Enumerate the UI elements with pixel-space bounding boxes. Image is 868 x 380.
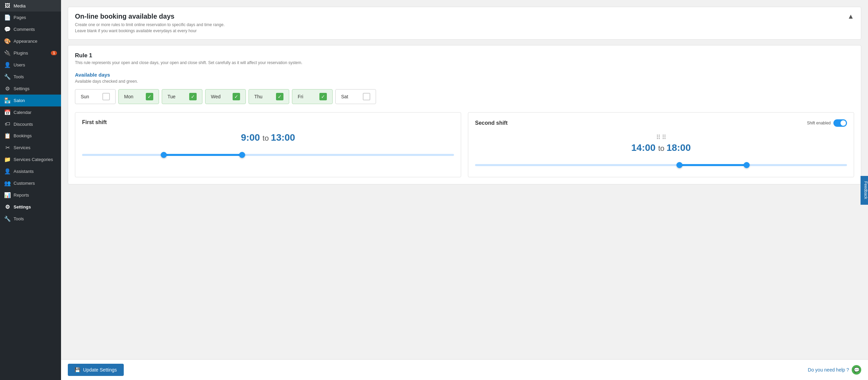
first-shift-time: 9:00 to 13:00	[82, 132, 454, 143]
feedback-tab[interactable]: Feedback	[861, 176, 868, 204]
day-fri[interactable]: Fri ✓	[292, 89, 333, 104]
sidebar-item-users[interactable]: 👤 Users	[0, 59, 61, 71]
sidebar-item-pages[interactable]: 📄 Pages	[0, 12, 61, 23]
day-tue-label: Tue	[167, 94, 186, 99]
day-thu[interactable]: Thu ✓	[249, 89, 289, 104]
sidebar-item-label: Settings	[14, 204, 57, 209]
assistants-icon: 👤	[4, 168, 11, 175]
shift-enabled-control: Shift enabled	[807, 119, 847, 127]
sidebar-item-label: Appearance	[14, 39, 57, 44]
settings-icon: ⚙	[4, 85, 11, 92]
page-title: On-line booking available days	[75, 13, 225, 20]
pages-icon: 📄	[4, 14, 11, 21]
second-shift-slider[interactable]	[475, 160, 847, 170]
sidebar-item-label: Tools	[14, 216, 57, 221]
sidebar-item-label: Bookings	[14, 133, 57, 138]
day-tue[interactable]: Tue ✓	[162, 89, 202, 104]
sidebar-item-label: Tools	[14, 74, 57, 79]
second-shift-card: Second shift Shift enabled ⠿ ⠿ 14:00 to …	[468, 112, 854, 177]
sidebar-item-media[interactable]: 🖼 Media	[0, 0, 61, 12]
second-shift-thumb-start[interactable]	[676, 162, 683, 168]
media-icon: 🖼	[4, 3, 11, 9]
second-shift-thumb-end[interactable]	[744, 162, 750, 168]
shift-enabled-toggle[interactable]	[833, 119, 847, 127]
sidebar-item-tools[interactable]: 🔧 Tools	[0, 71, 61, 83]
update-settings-label: Update Settings	[83, 367, 117, 373]
day-wed-checkbox[interactable]: ✓	[233, 93, 240, 100]
bookings-icon: 📋	[4, 133, 11, 139]
ruler-mark2: ⠿	[662, 134, 666, 141]
day-sat-label: Sat	[341, 94, 359, 99]
page-header-text: On-line booking available days Create on…	[75, 13, 225, 34]
rule-title: Rule 1	[75, 52, 854, 59]
sidebar-item-label: Plugins	[14, 51, 48, 56]
update-settings-button[interactable]: 💾 Update Settings	[68, 364, 124, 376]
first-shift-thumb-start[interactable]	[161, 152, 167, 158]
day-mon-checkbox[interactable]: ✓	[146, 93, 153, 100]
sidebar: 🖼 Media 📄 Pages 💬 Comments 🎨 Appearance …	[0, 0, 61, 380]
first-shift-fill	[164, 154, 242, 156]
sidebar-item-reports[interactable]: 📊 Reports	[0, 189, 61, 201]
second-shift-ruler: ⠿ ⠿	[475, 134, 847, 141]
day-sat[interactable]: Sat	[335, 89, 376, 104]
page-desc1: Create one or more rules to limit online…	[75, 22, 225, 28]
rule-card: Rule 1 This rule represents your open an…	[68, 45, 861, 184]
day-fri-checkbox[interactable]: ✓	[319, 93, 327, 100]
page-desc2: Leave blank if you want bookings availab…	[75, 28, 225, 34]
day-sat-checkbox[interactable]	[363, 93, 370, 100]
second-shift-time: 14:00 to 18:00	[475, 142, 847, 153]
day-wed-label: Wed	[211, 94, 229, 99]
day-sun-checkbox[interactable]	[102, 93, 110, 100]
day-thu-checkbox[interactable]: ✓	[276, 93, 283, 100]
ruler-mark1: ⠿	[656, 134, 660, 141]
sidebar-item-label: Services Categories	[14, 157, 57, 162]
sidebar-item-services-categories[interactable]: 📁 Services Categories	[0, 154, 61, 165]
sidebar-item-label: Calendar	[14, 110, 57, 115]
day-mon[interactable]: Mon ✓	[118, 89, 159, 104]
sidebar-item-salon[interactable]: 🏪 Salon	[0, 95, 61, 106]
salon-icon: 🏪	[4, 97, 11, 104]
sidebar-item-label: Settings	[14, 86, 57, 91]
first-shift-thumb-end[interactable]	[239, 152, 245, 158]
sidebar-item-label: Assistants	[14, 169, 57, 174]
sidebar-item-tools-salon[interactable]: 🔧 Tools	[0, 213, 61, 225]
sidebar-item-calendar[interactable]: 📅 Calendar	[0, 106, 61, 118]
sidebar-item-settings-salon[interactable]: ⚙ Settings	[0, 201, 61, 213]
day-fri-label: Fri	[298, 94, 316, 99]
day-thu-label: Thu	[254, 94, 273, 99]
day-mon-label: Mon	[124, 94, 142, 99]
second-shift-track	[475, 164, 847, 166]
sidebar-item-label: Customers	[14, 181, 57, 186]
help-link[interactable]: Do you need help ? 💬	[808, 365, 861, 375]
second-shift-header: Second shift Shift enabled	[475, 119, 847, 127]
sidebar-item-appearance[interactable]: 🎨 Appearance	[0, 35, 61, 47]
services-cat-icon: 📁	[4, 156, 11, 163]
sidebar-item-label: Pages	[14, 15, 57, 20]
plugins-badge: 1	[51, 51, 57, 55]
collapse-button[interactable]: ▲	[847, 13, 854, 20]
sidebar-item-label: Media	[14, 3, 57, 8]
sidebar-item-discounts[interactable]: 🏷 Discounts	[0, 118, 61, 130]
sidebar-item-bookings[interactable]: 📋 Bookings	[0, 130, 61, 142]
sidebar-item-services[interactable]: ✂ Services	[0, 142, 61, 154]
sidebar-item-customers[interactable]: 👥 Customers	[0, 177, 61, 189]
sidebar-item-assistants[interactable]: 👤 Assistants	[0, 165, 61, 177]
sidebar-item-plugins[interactable]: 🔌 Plugins 1	[0, 47, 61, 59]
first-shift-card: First shift 9:00 to 13:00	[75, 112, 461, 177]
day-sun[interactable]: Sun	[75, 89, 116, 104]
sidebar-item-comments[interactable]: 💬 Comments	[0, 23, 61, 35]
first-shift-end: 13:00	[271, 132, 295, 143]
sidebar-item-settings[interactable]: ⚙ Settings	[0, 83, 61, 95]
available-days-title: Available days	[75, 72, 854, 78]
settings2-icon: ⚙	[4, 204, 11, 210]
services-icon: ✂	[4, 144, 11, 151]
first-shift-slider[interactable]	[82, 150, 454, 160]
sidebar-item-label: Salon	[14, 98, 57, 103]
day-wed[interactable]: Wed ✓	[205, 89, 246, 104]
second-shift-start: 14:00	[631, 142, 656, 153]
second-shift-end: 18:00	[667, 142, 691, 153]
sidebar-item-label: Reports	[14, 193, 57, 198]
day-tue-checkbox[interactable]: ✓	[189, 93, 197, 100]
first-shift-to: to	[262, 134, 271, 142]
days-row: Sun Mon ✓ Tue ✓ Wed ✓ Thu ✓	[75, 89, 854, 104]
